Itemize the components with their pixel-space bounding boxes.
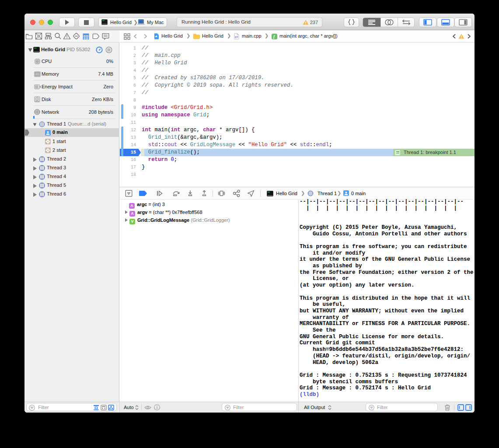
svg-text:c+: c+ — [235, 35, 238, 38]
